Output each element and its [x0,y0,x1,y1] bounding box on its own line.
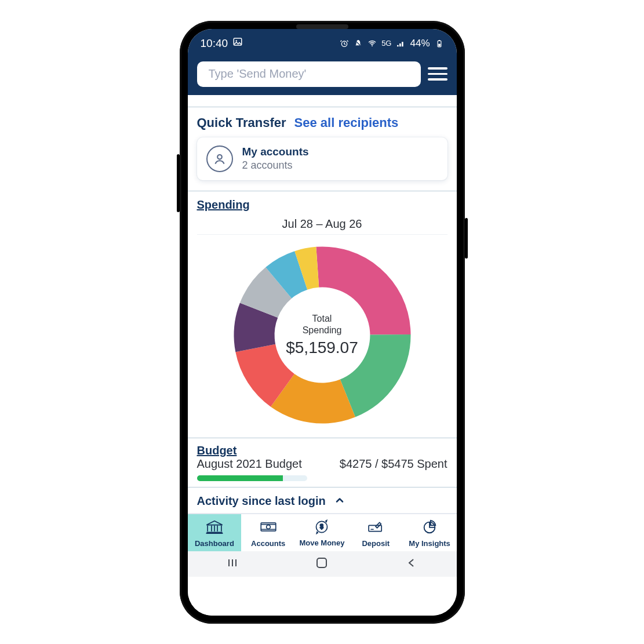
budget-progress-bar [197,475,307,481]
cash-icon [259,519,278,537]
search-input[interactable] [209,67,409,81]
tab-move-money[interactable]: $ Move Money [295,514,349,551]
svg-text:$: $ [321,523,324,530]
volume-button [177,154,180,212]
budget-spent-text: $4275 / $5475 Spent [340,457,447,471]
battery-text: 44% [410,38,430,49]
budget-period: August 2021 Budget [197,457,302,471]
phone-frame: 10:40 5G 44% [180,21,465,624]
recents-button[interactable] [215,558,250,570]
network-label: 5G [381,39,391,48]
my-accounts-card[interactable]: My accounts 2 accounts [197,137,447,180]
card-name: My accounts [242,145,309,158]
transfer-icon: $ [314,519,330,536]
budget-title-link[interactable]: Budget [197,444,237,457]
tab-label: Accounts [251,539,285,548]
svg-point-7 [217,154,222,159]
svg-rect-6 [438,43,441,46]
svg-point-1 [236,40,237,41]
app-header [188,58,457,95]
svg-rect-5 [438,40,439,41]
spending-section: Spending Jul 28 – Aug 26 TotalSpending $… [188,191,457,438]
back-button[interactable] [394,557,429,571]
status-time: 10:40 [201,37,228,50]
tab-label: Move Money [299,539,344,547]
svg-point-3 [372,45,373,46]
signal-icon [396,39,405,48]
activity-section[interactable]: Activity since last login [188,487,457,514]
spending-date-range: Jul 28 – Aug 26 [197,217,447,231]
menu-icon[interactable] [428,64,447,84]
chevron-up-icon[interactable] [334,494,345,508]
quick-transfer-title: Quick Transfer [197,115,286,130]
alarm-icon [340,39,349,48]
search-box[interactable] [197,61,421,87]
quick-transfer-section: Quick Transfer See all recipients My acc… [188,107,457,191]
home-button[interactable] [304,556,339,572]
power-button [465,218,468,259]
main-content: Quick Transfer See all recipients My acc… [188,95,457,616]
phone-screen: 10:40 5G 44% [188,29,457,616]
budget-section: Budget August 2021 Budget $4275 / $5475 … [188,438,457,487]
svg-point-17 [266,525,270,529]
tab-accounts[interactable]: Accounts [241,514,295,551]
tab-label: Dashboard [195,539,234,548]
spending-donut-chart[interactable]: TotalSpending $5,159.07 [232,245,412,425]
wifi-icon [368,39,377,48]
android-nav-bar [188,551,457,577]
deposit-icon [366,519,385,537]
tab-label: My Insights [409,539,450,548]
person-icon [206,145,233,172]
bottom-tabbar: Dashboard Accounts $ Move Money [188,514,457,551]
tab-label: Deposit [362,539,390,548]
see-all-recipients-link[interactable]: See all recipients [294,115,399,130]
pie-chart-icon [420,519,439,537]
spending-title-link[interactable]: Spending [197,198,250,211]
svg-rect-22 [317,558,326,567]
tab-deposit[interactable]: Deposit [349,514,403,551]
activity-title: Activity since last login [197,494,326,508]
speaker-slot [296,24,348,29]
tab-insights[interactable]: My Insights [403,514,457,551]
image-icon [232,37,243,50]
mute-icon [354,39,363,48]
bank-icon [205,519,224,537]
tab-dashboard[interactable]: Dashboard [188,514,242,551]
battery-icon [435,39,444,48]
android-statusbar: 10:40 5G 44% [188,29,457,58]
card-subtitle: 2 accounts [242,159,309,172]
